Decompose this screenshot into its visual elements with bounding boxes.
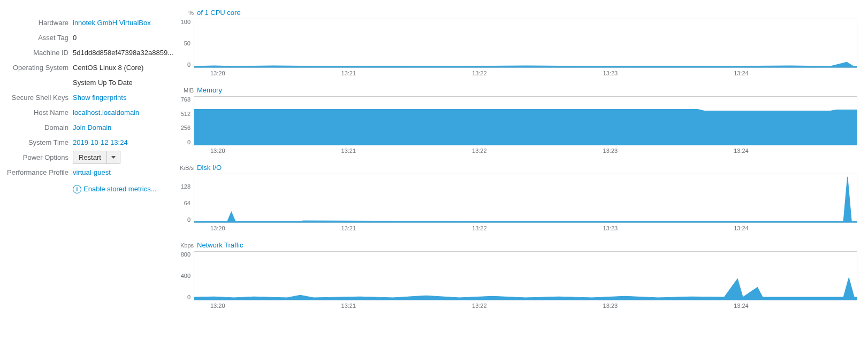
link-system-time[interactable]: 2019-10-12 13:24 — [73, 138, 177, 146]
xtick: 13:24 — [734, 70, 749, 76]
xtick: 13:23 — [603, 225, 618, 231]
network-chart-xaxis: 13:20 13:21 13:22 13:23 13:24 — [194, 303, 857, 309]
row-power-options: Power Options Restart — [0, 150, 177, 165]
xtick: 13:24 — [734, 303, 749, 309]
disk-io-chart-plot[interactable] — [194, 174, 857, 223]
cpu-chart-xaxis: 13:20 13:21 13:22 13:23 13:24 — [194, 70, 857, 76]
xtick: 13:22 — [472, 70, 487, 76]
network-chart: Kbps Network Traffic 800 400 0 13:20 13:… — [177, 241, 857, 309]
memory-chart-xaxis: 13:20 13:21 13:22 13:23 13:24 — [194, 148, 857, 154]
ytick: 400 — [181, 273, 191, 279]
value-power-options: Restart — [73, 151, 177, 164]
link-performance-profile[interactable]: virtual-guest — [73, 168, 177, 176]
xtick: 13:20 — [210, 225, 225, 231]
memory-chart: MiB Memory 768 512 256 0 13:20 13:21 — [177, 86, 857, 154]
label-domain: Domain — [0, 123, 73, 131]
value-machine-id: 5d1dd8d858ef47398a32a8859... — [73, 49, 177, 57]
ytick: 0 — [187, 139, 191, 145]
disk-io-chart-unit: KiB/s — [177, 165, 197, 171]
restart-button[interactable]: Restart — [73, 151, 107, 164]
ytick: 128 — [181, 183, 191, 190]
cpu-chart-plot[interactable] — [194, 19, 857, 68]
row-secure-shell-keys: Secure Shell Keys Show fingerprints — [0, 90, 177, 105]
link-enable-stored-metrics[interactable]: iEnable stored metrics... — [73, 185, 177, 194]
label-power-options: Power Options — [0, 153, 73, 161]
charts-panel: % of 1 CPU core 100 50 0 13:20 13:21 13 — [177, 0, 857, 338]
disk-io-chart: KiB/s Disk I/O 128 64 0 13:20 13:21 13: — [177, 164, 857, 231]
ytick: 768 — [181, 96, 191, 103]
memory-chart-title[interactable]: Memory — [197, 86, 222, 94]
row-performance-profile: Performance Profile virtual-guest — [0, 165, 177, 180]
ytick: 0 — [187, 216, 191, 223]
row-asset-tag: Asset Tag 0 — [0, 30, 177, 45]
row-enable-stored-metrics: iEnable stored metrics... — [0, 182, 177, 197]
network-chart-title[interactable]: Network Traffic — [197, 241, 243, 249]
network-chart-plot[interactable] — [194, 251, 857, 300]
chevron-down-icon — [111, 156, 116, 159]
info-icon: i — [73, 185, 81, 193]
system-info-panel: Hardware innotek GmbH VirtualBox Asset T… — [0, 0, 177, 338]
xtick: 13:22 — [472, 148, 487, 154]
ytick: 100 — [181, 19, 191, 25]
network-chart-unit: Kbps — [177, 242, 197, 249]
power-options-button-group: Restart — [73, 151, 120, 164]
memory-chart-plot[interactable] — [194, 96, 857, 145]
xtick: 13:23 — [603, 303, 618, 309]
ytick: 256 — [181, 125, 191, 131]
cpu-chart: % of 1 CPU core 100 50 0 13:20 13:21 13 — [177, 9, 857, 76]
ytick: 0 — [187, 61, 191, 68]
xtick: 13:20 — [210, 148, 225, 154]
enable-stored-metrics-label: Enable stored metrics... — [83, 185, 157, 193]
ytick: 0 — [187, 294, 191, 300]
link-show-fingerprints[interactable]: Show fingerprints — [73, 94, 177, 102]
link-join-domain[interactable]: Join Domain — [73, 123, 177, 131]
value-operating-system: CentOS Linux 8 (Core) — [73, 64, 177, 72]
row-domain: Domain Join Domain — [0, 120, 177, 135]
label-asset-tag: Asset Tag — [0, 34, 73, 42]
cpu-chart-title[interactable]: of 1 CPU core — [197, 9, 241, 17]
xtick: 13:24 — [734, 225, 749, 231]
cpu-chart-unit: % — [177, 10, 197, 16]
value-asset-tag: 0 — [73, 34, 177, 42]
xtick: 13:21 — [341, 225, 356, 231]
row-operating-system: Operating System CentOS Linux 8 (Core) — [0, 60, 177, 75]
disk-io-chart-title[interactable]: Disk I/O — [197, 164, 222, 172]
link-host-name[interactable]: localhost.localdomain — [73, 108, 177, 117]
label-system-time: System Time — [0, 138, 73, 146]
label-secure-shell-keys: Secure Shell Keys — [0, 94, 73, 102]
system-overview-page: Hardware innotek GmbH VirtualBox Asset T… — [0, 0, 868, 349]
memory-chart-unit: MiB — [177, 87, 197, 94]
label-hardware: Hardware — [0, 19, 73, 27]
row-system-time: System Time 2019-10-12 13:24 — [0, 135, 177, 150]
memory-chart-yaxis: 768 512 256 0 — [177, 96, 194, 145]
xtick: 13:23 — [603, 148, 618, 154]
xtick: 13:24 — [734, 148, 749, 154]
power-options-dropdown-toggle[interactable] — [107, 151, 120, 164]
ytick: 50 — [184, 40, 191, 46]
disk-io-chart-xaxis: 13:20 13:21 13:22 13:23 13:24 — [194, 225, 857, 231]
value-hardware[interactable]: innotek GmbH VirtualBox — [73, 19, 177, 27]
label-performance-profile: Performance Profile — [0, 168, 73, 176]
xtick: 13:20 — [210, 303, 225, 309]
xtick: 13:20 — [210, 70, 225, 76]
xtick: 13:21 — [341, 148, 356, 154]
row-system-status: System Up To Date — [0, 75, 177, 90]
value-system-status: System Up To Date — [73, 79, 177, 87]
xtick: 13:21 — [341, 303, 356, 309]
label-machine-id: Machine ID — [0, 49, 73, 57]
network-chart-yaxis: 800 400 0 — [177, 251, 194, 300]
label-operating-system: Operating System — [0, 64, 73, 72]
ytick: 64 — [184, 200, 191, 206]
xtick: 13:21 — [341, 70, 356, 76]
cpu-chart-yaxis: 100 50 0 — [177, 19, 194, 68]
xtick: 13:22 — [472, 225, 487, 231]
row-host-name: Host Name localhost.localdomain — [0, 105, 177, 120]
xtick: 13:22 — [472, 303, 487, 309]
ytick: 512 — [181, 111, 191, 117]
ytick: 800 — [181, 251, 191, 258]
label-host-name: Host Name — [0, 108, 73, 117]
xtick: 13:23 — [603, 70, 618, 76]
disk-io-chart-yaxis: 128 64 0 — [177, 174, 194, 223]
row-hardware: Hardware innotek GmbH VirtualBox — [0, 15, 177, 30]
row-machine-id: Machine ID 5d1dd8d858ef47398a32a8859... — [0, 45, 177, 60]
